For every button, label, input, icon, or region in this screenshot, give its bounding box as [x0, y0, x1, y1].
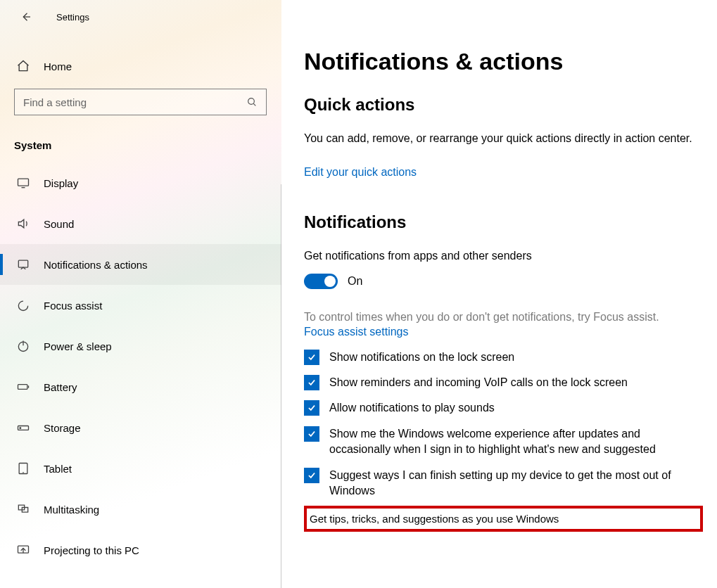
nav-label: Display — [44, 177, 78, 189]
back-arrow-icon — [20, 11, 32, 23]
back-button[interactable] — [14, 5, 38, 29]
check-row-lock-screen-voip: Show reminders and incoming VoIP calls o… — [304, 375, 703, 390]
nav-label: Focus assist — [44, 300, 102, 312]
svg-rect-4 — [18, 385, 27, 390]
check-row-finish-setup: Suggest ways I can finish setting up my … — [304, 468, 703, 499]
sidebar-item-storage[interactable]: Storage — [0, 407, 281, 448]
svg-rect-1 — [18, 179, 29, 186]
sidebar-item-sound[interactable]: Sound — [0, 203, 281, 244]
nav-label: Power & sleep — [44, 340, 112, 352]
notification-options: Show notifications on the lock screen Sh… — [304, 350, 703, 532]
nav-label: Battery — [44, 381, 77, 393]
power-icon — [15, 339, 31, 353]
focus-assist-note: To control times when you do or don't ge… — [304, 309, 703, 325]
checkbox[interactable] — [304, 468, 319, 483]
nav-label: Multitasking — [44, 504, 99, 516]
check-icon — [307, 378, 317, 388]
nav-label: Sound — [44, 218, 74, 230]
notifications-toggle-row: On — [304, 274, 703, 289]
tablet-icon — [15, 461, 31, 475]
checkbox-label: Show reminders and incoming VoIP calls o… — [329, 375, 628, 390]
checkbox[interactable] — [304, 400, 319, 416]
sound-icon — [15, 217, 31, 231]
check-icon — [307, 471, 317, 480]
sidebar: Settings Home System Display — [0, 0, 281, 588]
nav-label: Tablet — [44, 463, 72, 475]
quick-actions-heading: Quick actions — [304, 95, 703, 115]
toggle-knob — [324, 276, 336, 287]
check-icon — [307, 429, 317, 439]
home-label: Home — [44, 60, 72, 72]
edit-quick-actions-link[interactable]: Edit your quick actions — [304, 166, 417, 179]
main-content: Notifications & actions Quick actions Yo… — [281, 0, 717, 588]
sidebar-item-battery[interactable]: Battery — [0, 366, 281, 407]
multitasking-icon — [15, 502, 31, 516]
nav-label: Notifications & actions — [44, 259, 148, 271]
sidebar-item-projecting[interactable]: Projecting to this PC — [0, 530, 281, 570]
sidebar-item-display[interactable]: Display — [0, 162, 281, 203]
page-title: Notifications & actions — [304, 48, 703, 75]
notifications-toggle[interactable] — [304, 274, 338, 289]
toggle-state-label: On — [348, 275, 362, 288]
checkbox-label: Show me the Windows welcome experience a… — [329, 426, 703, 458]
nav-label: Storage — [44, 422, 81, 434]
check-icon — [307, 352, 317, 362]
check-row-lock-screen-notifications: Show notifications on the lock screen — [304, 350, 703, 365]
svg-point-6 — [20, 428, 21, 429]
notifications-heading: Notifications — [304, 212, 703, 232]
nav-label: Projecting to this PC — [44, 544, 139, 556]
title-bar: Settings — [0, 0, 281, 34]
svg-rect-2 — [18, 260, 27, 267]
sidebar-item-tablet[interactable]: Tablet — [0, 448, 281, 489]
checkbox-label: Suggest ways I can finish setting up my … — [329, 468, 703, 499]
sidebar-item-multitasking[interactable]: Multitasking — [0, 489, 281, 530]
storage-icon — [15, 421, 31, 435]
search-icon — [238, 96, 266, 108]
app-title: Settings — [56, 12, 89, 23]
svg-point-0 — [248, 98, 255, 105]
battery-icon — [15, 380, 31, 394]
sidebar-category: System — [14, 139, 281, 151]
sidebar-item-focus-assist[interactable]: Focus assist — [0, 285, 281, 326]
checkbox-label: Show notifications on the lock screen — [329, 350, 514, 365]
checkbox[interactable] — [304, 375, 319, 390]
focus-assist-icon — [15, 298, 31, 312]
checkbox-label: Allow notifications to play sounds — [329, 400, 495, 416]
check-row-welcome-experience: Show me the Windows welcome experience a… — [304, 426, 703, 458]
sidebar-item-power-sleep[interactable]: Power & sleep — [0, 326, 281, 366]
notifications-toggle-caption: Get notifications from apps and other se… — [304, 248, 703, 264]
focus-assist-settings-link[interactable]: Focus assist settings — [304, 326, 409, 338]
search-input[interactable] — [15, 89, 238, 115]
checkbox[interactable] — [304, 350, 319, 365]
home-icon — [15, 59, 31, 73]
display-icon — [15, 176, 31, 190]
check-row-play-sounds: Allow notifications to play sounds — [304, 400, 703, 416]
projecting-icon — [15, 543, 31, 557]
checkbox[interactable] — [304, 426, 319, 442]
check-row-tips-tricks-highlighted: Get tips, tricks, and suggestions as you… — [304, 506, 703, 532]
search-wrap — [14, 89, 267, 115]
sidebar-item-notifications[interactable]: Notifications & actions — [0, 244, 281, 285]
quick-actions-desc: You can add, remove, or rearrange your q… — [304, 130, 703, 146]
notifications-icon — [15, 257, 31, 271]
checkbox-label: Get tips, tricks, and suggestions as you… — [310, 513, 559, 525]
check-icon — [307, 403, 317, 413]
search-box[interactable] — [14, 89, 267, 115]
sidebar-item-home[interactable]: Home — [0, 49, 281, 83]
